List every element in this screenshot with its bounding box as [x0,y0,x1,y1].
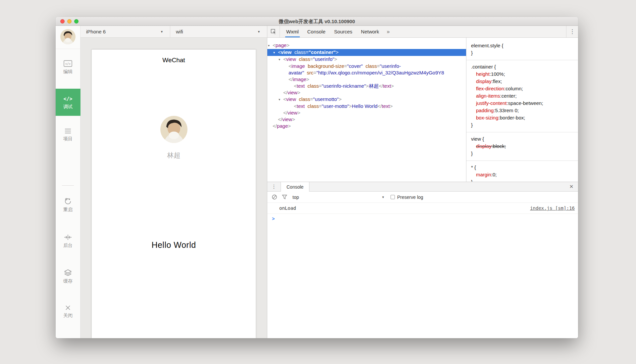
disclosure-triangle-icon[interactable]: ▾ [279,96,283,103]
network-select[interactable]: wifi ▼ [170,26,267,37]
kebab-menu-icon: ⋮ [569,28,575,35]
sidebar-item-background[interactable]: 后台 [63,234,73,248]
wxml-tree-row[interactable]: ▾<view class="usermotto"> [267,96,466,103]
preserve-log-control: Preserve log [391,195,423,200]
tabs-overflow-button[interactable]: » [384,26,393,37]
console-close-button[interactable]: ✕ [565,182,578,191]
wxml-tree-row[interactable]: </image> [267,76,466,83]
css-selector: view { [471,135,573,143]
devtools-tab-console[interactable]: Console [303,26,330,37]
deploy-icon [64,234,72,241]
css-property[interactable]: align-items:center; [471,92,573,100]
layers-icon [64,269,72,276]
sidebar-item-restart[interactable]: 重启 [63,198,73,212]
css-rule[interactable]: element.style {} [466,39,578,60]
wxml-tree-row[interactable]: <text class="user-motto">Hello World</te… [267,103,466,110]
devtools-tab-network[interactable]: Network [357,26,384,37]
elements-area: ▾<page>▾<view class="container">▾<view c… [267,38,578,182]
sidebar-item-label: 缓存 [63,279,73,284]
disclosure-triangle-icon[interactable]: ▾ [279,56,283,63]
sidebar-item-label: 项目 [63,136,73,141]
wxml-tree-row[interactable]: </page> [267,123,466,129]
simulator-body: WeChat 林超 Hello World [80,38,267,338]
execution-context-select[interactable]: top ▼ [292,195,385,200]
console-panel: ⋮ Console ✕ top [267,182,578,338]
preserve-log-checkbox[interactable] [391,195,395,199]
sidebar-divider [62,185,74,186]
console-menu-button[interactable]: ⋮ [267,182,281,191]
css-property[interactable]: padding:5.33rem 0; [471,107,573,114]
sidebar-item-edit[interactable]: </>编辑 [63,60,73,74]
user-avatar[interactable] [60,29,76,44]
devtools-menu-button[interactable]: ⋮ [566,26,578,37]
devtools-tab-wxml[interactable]: Wxml [282,26,303,37]
sidebar-item-label: 关闭 [63,313,73,318]
wxml-tree-row[interactable]: <image background-size="cover" class="us… [267,63,466,69]
css-rule-close: } [471,178,573,182]
wxml-tree-row[interactable]: <text class="userinfo-nickname">林超</text… [267,83,466,89]
console-tab[interactable]: Console [281,182,309,192]
devtools-tabs: WxmlConsoleSourcesNetwork [282,26,384,37]
phone-user-avatar[interactable] [160,116,187,143]
wxml-tree-row[interactable]: </view> [267,110,466,116]
sidebar-item-cache[interactable]: 缓存 [63,269,73,284]
phone-screen: WeChat 林超 Hello World [91,49,256,338]
window-title: 微信web开发者工具 v0.10.100900 [56,19,578,25]
css-rule[interactable]: view {display:block;} [466,132,578,161]
inspect-element-button[interactable] [267,26,280,37]
css-property[interactable]: flex-direction:column; [471,85,573,92]
wxml-tree-row[interactable]: ▾<page> [267,42,466,49]
devtools-tabbar: WxmlConsoleSourcesNetwork » ⋮ [267,26,578,38]
devtools-tab-sources[interactable]: Sources [330,26,357,37]
devtools-panel: WxmlConsoleSourcesNetwork » ⋮ ▾<page>▾<v… [267,26,578,338]
phone-nav-title: WeChat [92,50,256,64]
wxml-tree-row[interactable]: avatar" src="http://wx.qlogo.cn/mmopen/v… [267,69,466,76]
console-source-link[interactable]: index.js [sm]:16 [530,205,575,211]
phone-motto: Hello World [92,240,256,250]
sidebar-item-project[interactable]: 项目 [63,128,73,141]
chevron-down-icon: ▼ [382,196,385,199]
close-icon: ✕ [569,184,574,190]
css-property[interactable]: margin:0; [471,171,573,178]
titlebar[interactable]: 微信web开发者工具 v0.10.100900 [56,17,578,26]
css-property[interactable]: display:block; [471,143,573,150]
wxml-tree-row-selected[interactable]: ▾<view class="container"> [267,49,466,56]
sidebar: </>编辑</>调试项目重启后台缓存关闭 [56,26,80,338]
disclosure-triangle-icon[interactable]: ▾ [268,42,273,49]
wxml-tree-row[interactable]: </view> [267,116,466,123]
svg-text:</>: </> [64,96,72,102]
chevron-down-icon: ▼ [257,30,260,33]
css-rule-close: } [471,121,573,129]
phone-nickname: 林超 [167,151,181,160]
css-selector: element.style { [471,42,573,49]
wxml-tree-row[interactable]: </view> [267,89,466,96]
console-log-row: onLoad index.js [sm]:16 [267,203,578,214]
network-select-value: wifi [176,29,183,34]
css-property[interactable]: box-sizing:border-box; [471,114,573,121]
preserve-log-label: Preserve log [397,195,423,200]
css-rule[interactable]: .container {height:100%;display:flex;fle… [466,60,578,132]
console-header: ⋮ Console ✕ [267,182,578,192]
console-prompt[interactable]: > [267,214,578,224]
execution-context-value: top [292,195,299,200]
user-avatar-wrap [56,26,80,49]
filter-icon[interactable] [282,195,287,200]
console-log-message: onLoad [279,205,296,211]
sidebar-item-label: 重启 [63,207,73,212]
clear-console-icon[interactable] [272,194,277,200]
css-property[interactable]: display:flex; [471,78,573,85]
device-select[interactable]: iPhone 6 ▼ [80,26,170,37]
sidebar-item-debug[interactable]: </>调试 [56,89,80,116]
wxml-tree-row[interactable]: ▾<view class="userinfo"> [267,56,466,63]
css-selector: * { [471,164,573,171]
inspect-icon [270,28,277,35]
sidebar-item-close[interactable]: 关闭 [63,305,73,318]
svg-text:</>: </> [65,62,71,66]
css-rule[interactable]: * {margin:0;} [466,161,578,182]
close-icon [65,305,71,311]
css-property[interactable]: justify-content:space-between; [471,100,573,107]
disclosure-triangle-icon[interactable]: ▾ [273,49,278,56]
css-property[interactable]: height:100%; [471,70,573,78]
console-empty-area[interactable] [267,224,578,338]
code-icon: </> [64,96,72,102]
